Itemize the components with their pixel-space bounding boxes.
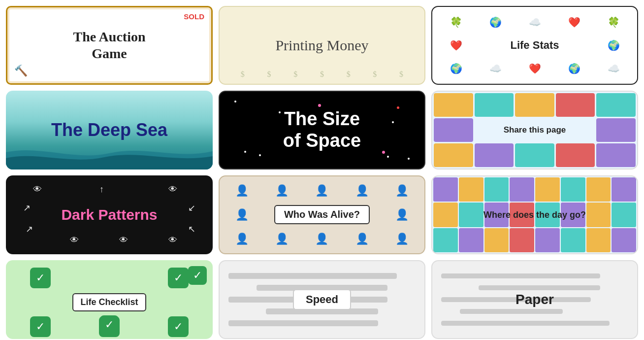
card-speed[interactable]: Speed <box>219 260 425 339</box>
person-10: 👤 <box>315 233 328 245</box>
person-2: 👤 <box>275 184 289 197</box>
printing-title: Printing Money <box>275 37 368 54</box>
card-auction[interactable]: SOLD The AuctionGame 🔨 <box>6 6 213 85</box>
lifestats-grid: 🍀 🌍 ☁️ ❤️ 🍀 ❤️ Life Stats 🌍 🌍 ☁️ ❤️ 🌍 ☁️ <box>432 7 637 84</box>
db-2 <box>459 177 483 202</box>
card-paper[interactable]: Paper <box>431 260 638 339</box>
share-block-5 <box>596 93 636 117</box>
star-1 <box>234 101 236 102</box>
dp-arrow-2: ↙ <box>188 203 195 213</box>
ls-globe-2: 🌍 <box>608 39 620 51</box>
share-block-6 <box>434 118 473 142</box>
card-darkpatterns[interactable]: 👁 ↑ 👁 ↗ ↙ Dark Patterns ↗ 👁 👁 👁 ↖ <box>6 175 213 254</box>
card-space[interactable]: The Sizeof Space <box>219 91 425 170</box>
paper-line-2 <box>479 285 600 290</box>
ls-clover-2: 🍀 <box>608 16 620 28</box>
speed-line-1 <box>228 273 397 279</box>
person-4: 👤 <box>355 184 369 197</box>
person-8: 👤 <box>235 233 249 245</box>
person-5: 👤 <box>395 184 409 197</box>
db-6 <box>561 177 585 202</box>
dp-arrow-1: ↗ <box>23 203 31 213</box>
db-18 <box>459 228 483 252</box>
dollar-row: $$$$$$$ <box>220 70 424 79</box>
ls-heart-2: ❤️ <box>450 39 462 51</box>
ls-globe-3: 🌍 <box>450 63 462 74</box>
dp-cursor-1: ↑ <box>99 184 104 195</box>
sold-badge: SOLD <box>184 12 204 21</box>
check-2: ✓ <box>168 268 189 288</box>
person-9: 👤 <box>275 233 289 245</box>
alive-title: Who Was Alive? <box>274 205 370 224</box>
star-pink-1 <box>318 104 321 107</box>
share-block-4 <box>556 93 595 117</box>
db-1 <box>433 177 458 202</box>
alive-grid: 👤 👤 👤 👤 👤 👤 Who Was Alive? 👤 👤 👤 👤 👤 👤 <box>220 176 424 253</box>
speed-line-5 <box>228 320 378 326</box>
card-checklist[interactable]: ✓ ✓ Life Checklist ✓ ✓ ✓ ✓ ✓ <box>6 260 213 339</box>
db-4 <box>510 177 534 202</box>
dp-eye-2: 👁 <box>168 184 177 195</box>
ls-globe-4: 🌍 <box>568 63 580 74</box>
checklist-title: Life Checklist <box>72 293 146 311</box>
star-red-1 <box>397 106 399 109</box>
card-daygo[interactable]: Where does the day go? <box>431 175 638 254</box>
share-block-3 <box>515 93 554 117</box>
check-bottom-center: ✓ <box>100 315 119 334</box>
db-16 <box>612 203 636 227</box>
card-deepsea[interactable]: The Deep Sea <box>6 91 213 170</box>
star-5 <box>387 156 389 158</box>
db-10 <box>459 203 483 227</box>
card-grid: SOLD The AuctionGame 🔨 Printing Money $$… <box>6 6 638 339</box>
check-top-right: ✓ <box>188 266 207 285</box>
share-block-1 <box>434 93 473 117</box>
paper-line-4 <box>460 309 563 314</box>
db-19 <box>484 228 509 252</box>
share-block-11 <box>556 143 595 167</box>
card-printing[interactable]: Printing Money $$$$$$$ <box>219 6 425 85</box>
star-3 <box>392 121 394 123</box>
check-3: ✓ <box>30 316 51 337</box>
db-24 <box>612 228 636 252</box>
daygo-title: Where does the day go? <box>483 210 586 220</box>
db-5 <box>535 177 560 202</box>
db-9 <box>433 203 458 227</box>
ls-globe-1: 🌍 <box>489 16 502 28</box>
db-15 <box>586 203 611 227</box>
person-3: 👤 <box>315 184 328 197</box>
person-6: 👤 <box>235 208 249 221</box>
lifestats-title: Life Stats <box>510 39 559 52</box>
dp-eye-1: 👁 <box>33 184 42 195</box>
db-8 <box>612 177 636 202</box>
dp-eye-5: 👁 <box>168 235 177 245</box>
card-lifestats[interactable]: 🍀 🌍 ☁️ ❤️ 🍀 ❤️ Life Stats 🌍 🌍 ☁️ ❤️ 🌍 ☁️ <box>431 6 638 85</box>
share-grid: Share this page <box>432 92 637 169</box>
check-1: ✓ <box>30 268 51 288</box>
dp-arrow-3: ↗ <box>26 224 33 235</box>
star-pink-2 <box>382 151 385 154</box>
check-5: ✓ <box>168 316 189 337</box>
dp-cursor-2: ↖ <box>188 224 195 235</box>
db-7 <box>586 177 611 202</box>
share-block-10 <box>515 143 554 167</box>
card-share[interactable]: Share this page <box>431 91 638 170</box>
wave-svg <box>6 142 213 170</box>
star-7 <box>408 158 410 160</box>
paper-line-1 <box>441 273 600 278</box>
share-block-7 <box>596 118 636 142</box>
db-23 <box>586 228 611 252</box>
dp-eye-4: 👁 <box>119 235 128 245</box>
darkpatterns-title: Dark Patterns <box>61 206 157 223</box>
star-2 <box>279 111 281 113</box>
deepsea-title: The Deep Sea <box>51 120 167 140</box>
dp-eye-3: 👁 <box>70 235 79 245</box>
db-21 <box>535 228 560 252</box>
card-alive[interactable]: 👤 👤 👤 👤 👤 👤 Who Was Alive? 👤 👤 👤 👤 👤 👤 <box>219 175 425 254</box>
auction-title: The AuctionGame <box>73 29 145 62</box>
ls-heart-1: ❤️ <box>568 16 580 28</box>
person-1: 👤 <box>235 184 249 197</box>
db-17 <box>433 228 458 252</box>
ls-cloud-3: ☁️ <box>608 63 620 74</box>
daygo-blocks: Where does the day go? <box>432 176 637 253</box>
share-block-9 <box>475 143 514 167</box>
